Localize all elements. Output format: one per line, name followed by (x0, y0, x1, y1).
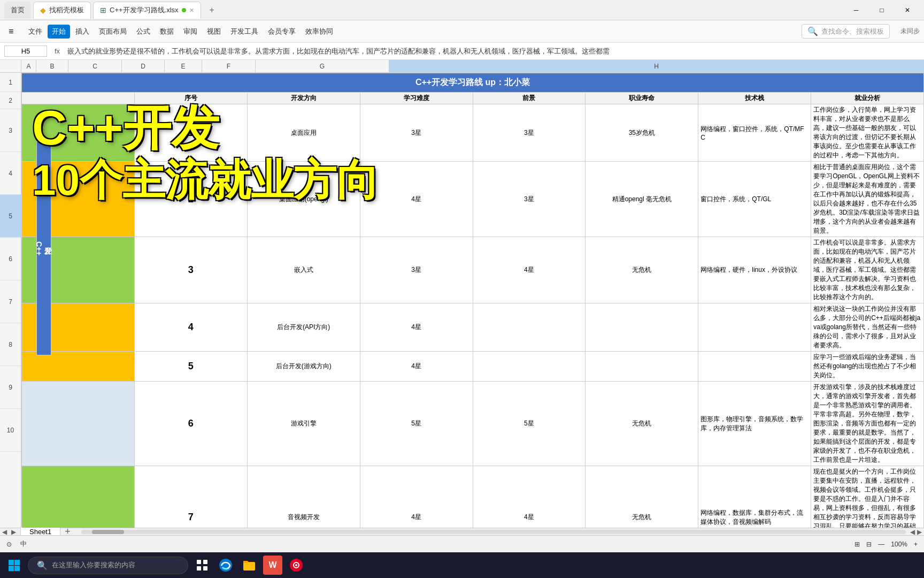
row-num-7[interactable]: 7 (0, 280, 21, 323)
side-color-5 (22, 352, 135, 382)
difficulty-3: 3星 (360, 237, 473, 303)
tab-excel[interactable]: ⊞ C++开发学习路线.xlsx ✕ (93, 2, 201, 19)
col-empty (22, 93, 135, 104)
analysis-1: 工作岗位多，入行简单，网上学习资料丰富，对从业者要求也不是那么高，建议一些基础一… (811, 104, 924, 162)
edge-browser-icon[interactable] (216, 556, 235, 575)
difficulty-4: 4星 (360, 303, 473, 352)
difficulty-5: 4星 (360, 352, 473, 382)
col-title-stack: 技术栈 (698, 93, 811, 104)
wps-office-icon[interactable]: W (263, 556, 282, 575)
review-menu[interactable]: 审阅 (179, 25, 202, 39)
col-header-G[interactable]: G (256, 60, 389, 72)
col-header-E[interactable]: E (165, 60, 202, 72)
close-tab-icon[interactable]: ✕ (189, 7, 194, 14)
insert-menu[interactable]: 插入 (71, 25, 94, 39)
corner-cell (0, 60, 21, 72)
analysis-2: 相比于普通的桌面应用岗位，这个需要学习OpenGL，OpenGL网上资料不少，但… (811, 162, 924, 237)
career-5 (586, 352, 698, 382)
svg-point-12 (295, 564, 297, 566)
minimize-button[interactable]: ─ (844, 2, 868, 19)
scroll-right-icon[interactable]: ▶ (917, 528, 922, 536)
maximize-button[interactable]: □ (869, 2, 894, 19)
row-num-2[interactable]: 2 (0, 92, 21, 109)
view-grid-icon[interactable]: ⊞ (854, 541, 860, 548)
col-title-direction: 开发方向 (247, 93, 360, 104)
zoom-level: 100% (891, 541, 907, 548)
analysis-7: 现在也是挺火的一个方向，工作岗位主要集中在安防，直播，远程软件，视频会议等领域。… (811, 466, 924, 528)
windows-start-button[interactable] (4, 556, 24, 575)
efficiency-menu[interactable]: 效率协同 (301, 25, 337, 39)
add-icon: + (210, 5, 214, 15)
taskview-button[interactable] (192, 556, 212, 575)
table-row: 4 后台开发(API方向) 4星 相对来说这一块的工作岗位并没有那么多，大部分公… (22, 303, 924, 352)
direction-2: 桌面应用(opengl) (247, 162, 360, 237)
add-tab-button[interactable]: + (203, 2, 221, 19)
row-num-8[interactable]: 8 (0, 323, 21, 366)
fx-button[interactable]: fx (51, 47, 63, 55)
row-num-3[interactable]: 3 (0, 109, 21, 152)
formula-input[interactable] (67, 47, 920, 55)
hamburger-menu[interactable]: ≡ (4, 25, 18, 39)
formula-bar: fx (0, 43, 924, 60)
devtools-menu[interactable]: 开发工具 (226, 25, 263, 39)
taskbar-search[interactable]: 🔍 在这里输入你要搜索的内容 (28, 557, 188, 574)
prospect-2: 3星 (473, 162, 586, 237)
tab-wps[interactable]: ◆ 找稻壳模板 (33, 2, 91, 19)
data-menu[interactable]: 数据 (156, 25, 178, 39)
stack-1: 网络编程，窗口控件，系统，QT/MFC (698, 104, 811, 162)
col-header-B[interactable]: B (36, 60, 68, 72)
next-sheet-icon[interactable]: ▶ (11, 528, 16, 536)
scroll-thumb[interactable] (92, 530, 124, 534)
row-num-1[interactable]: 1 (0, 73, 21, 92)
prev-sheet-icon[interactable]: ◀ (2, 528, 7, 536)
scroll-track[interactable] (81, 530, 906, 534)
difficulty-6: 5星 (360, 382, 473, 466)
row-num-9[interactable]: 9 (0, 366, 21, 409)
start-menu[interactable]: 开始 (48, 25, 70, 39)
grid-content: C++开发学习路线 up：北小菜 序号 开发方向 学习难度 前景 职业寿命 技术… (21, 73, 924, 528)
table-row: 5 后台开发(游戏方向) 4星 应学习一些游戏后端的业务逻辑，当然还有golan… (22, 352, 924, 382)
col-header-F[interactable]: F (202, 60, 256, 72)
file-explorer-icon[interactable] (240, 556, 259, 575)
col-header-D[interactable]: D (122, 60, 165, 72)
row-num-4[interactable]: 4 (0, 152, 21, 195)
num-2: 2 (134, 162, 247, 237)
top-taskbar: 首页 ◆ 找稻壳模板 ⊞ C++开发学习路线.xlsx ✕ + ─ □ ✕ (0, 0, 924, 20)
svg-rect-7 (203, 566, 207, 571)
tab-home[interactable]: 首页 (4, 2, 31, 19)
taskbar-search-icon: 🔍 (37, 560, 48, 571)
unsaved-dot (182, 8, 186, 12)
horizontal-scrollbar[interactable]: ◀ ▶ Sheet1 + ◀ ▶ (0, 528, 924, 535)
row-num-5[interactable]: 5 (0, 195, 21, 238)
member-menu[interactable]: 会员专享 (264, 25, 300, 39)
row-num-6[interactable]: 6 (0, 238, 21, 280)
table-row: 7 音视频开发 4星 4星 无危机 网络编程，数据库，集群分布式，流媒体协议，音… (22, 466, 924, 528)
prospect-7: 4星 (473, 466, 586, 528)
view-split-icon[interactable]: ⊟ (866, 541, 872, 548)
layout-menu[interactable]: 页面布局 (95, 25, 131, 39)
zoom-out-icon[interactable]: — (878, 541, 884, 548)
num-1: 1 (134, 104, 247, 162)
netease-music-icon[interactable] (287, 556, 306, 575)
title-row: C++开发学习路线 up：北小菜 (22, 73, 924, 93)
prospect-6: 5星 (473, 382, 586, 466)
table-row: 3 嵌入式 3星 4星 无危机 网络编程，硬件，linux，外设协议 工作机会可… (22, 237, 924, 303)
zoom-in-icon[interactable]: + (914, 541, 918, 548)
cell-reference-input[interactable] (4, 45, 47, 57)
cpp-side-label: C++开发 (36, 141, 51, 355)
table-row: 6 游戏引擎 5星 5星 无危机 图形库，物理引擎，音频系统，数学库，内存管理算… (22, 382, 924, 466)
scroll-left-icon[interactable]: ◀ (910, 528, 915, 536)
file-menu[interactable]: 文件 (24, 25, 47, 39)
col-header-H[interactable]: H (389, 60, 924, 72)
ribbon-search[interactable]: 🔍 查找命令、搜索模板 (802, 24, 890, 39)
search-icon: 🔍 (807, 26, 818, 36)
col-header-C[interactable]: C (68, 60, 122, 72)
col-header-A[interactable]: A (21, 60, 36, 72)
row-num-10[interactable]: 10 (0, 409, 21, 452)
col-title-career: 职业寿命 (586, 93, 698, 104)
close-button[interactable]: ✕ (895, 2, 920, 19)
stack-7: 网络编程，数据库，集群分布式，流媒体协议，音视频编解码 (698, 466, 811, 528)
difficulty-2: 4星 (360, 162, 473, 237)
view-menu[interactable]: 视图 (203, 25, 225, 39)
formula-menu[interactable]: 公式 (132, 25, 155, 39)
